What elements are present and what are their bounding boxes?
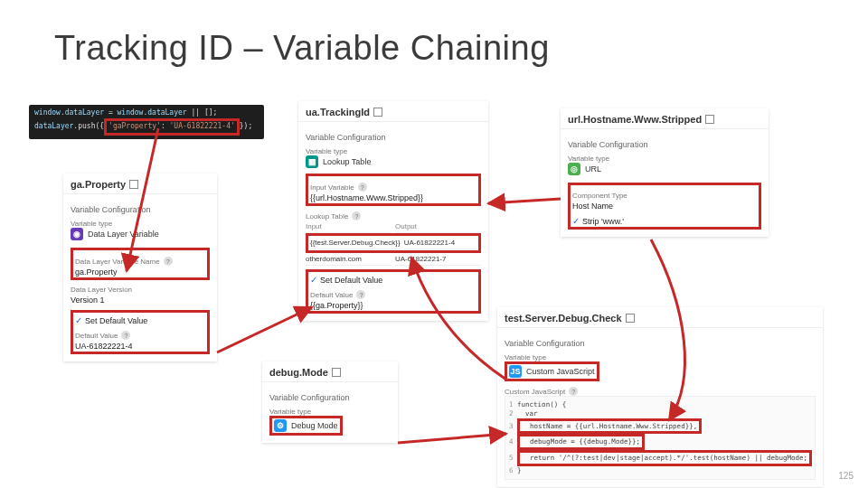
variable-type-chip: ◎URL <box>568 163 761 175</box>
javascript-icon: JS <box>509 365 522 378</box>
panel-title: debug.Mode <box>269 367 328 378</box>
field-label: Data Layer Version <box>71 286 210 294</box>
section-label: Variable Configuration <box>306 133 481 142</box>
help-icon: ? <box>352 211 361 221</box>
col-header: Input <box>306 221 392 233</box>
help-icon: ? <box>164 257 173 266</box>
panel-title: url.Hostname.Www.Stripped <box>568 114 702 125</box>
check-icon: ✓ <box>310 275 317 285</box>
field-label: Component Type <box>572 192 757 200</box>
field-label: Input Variable <box>310 183 354 192</box>
panel-title: ga.Property <box>71 179 126 190</box>
data-layer-icon: ◉ <box>71 228 83 240</box>
field-label: Variable type <box>306 147 481 155</box>
folder-icon <box>705 115 714 124</box>
svg-line-3 <box>398 434 506 443</box>
lookup-table-icon: ▦ <box>306 155 318 168</box>
field-value: Set Default Value <box>320 276 382 285</box>
cell: otherdomain.com <box>306 253 392 266</box>
field-value: {{ga.Property}} <box>310 301 476 310</box>
field-label: Variable type <box>505 353 816 361</box>
field-value: Set Default Value <box>85 316 147 325</box>
variable-type-chip: JSCustom JavaScript <box>509 365 595 378</box>
help-icon: ? <box>569 387 578 396</box>
section-label: Variable Configuration <box>505 339 816 348</box>
section-label: Variable Configuration <box>568 140 761 149</box>
page-number: 125 <box>838 471 854 481</box>
slide-title: Tracking ID – Variable Chaining <box>54 29 550 68</box>
field-value: Strip 'www.' <box>582 217 624 226</box>
field-value: {{url.Hostname.Www.Stripped}} <box>310 193 476 202</box>
field-label: Custom JavaScript <box>505 388 565 396</box>
section-label: Variable Configuration <box>269 393 391 402</box>
panel-ga-property: ga.Property Variable Configuration Varia… <box>63 174 217 361</box>
field-value: Host Name <box>572 202 757 211</box>
section-label: Variable Configuration <box>71 205 210 214</box>
col-header: Output <box>395 221 481 233</box>
variable-type-chip: ◉Data Layer Variable <box>71 228 210 240</box>
help-icon: ? <box>121 331 130 340</box>
svg-line-2 <box>488 199 561 203</box>
debug-icon: ⚙ <box>274 419 287 432</box>
panel-title: test.Server.Debug.Check <box>505 313 622 324</box>
cell: UA-61822221-7 <box>395 253 481 266</box>
folder-icon <box>129 180 138 189</box>
field-label: Variable type <box>568 155 761 163</box>
cell: {{test.Server.Debug.Check}} <box>310 237 401 249</box>
field-label: Variable type <box>269 408 391 416</box>
url-icon: ◎ <box>568 163 580 175</box>
field-value: Version 1 <box>71 296 210 305</box>
field-label: Lookup Table <box>306 212 348 221</box>
field-value: UA-61822221-4 <box>75 342 205 351</box>
cell: UA-61822221-4 <box>404 237 476 249</box>
panel-title: ua.TrackingId <box>306 107 370 117</box>
folder-icon <box>373 108 382 117</box>
folder-icon <box>332 368 341 377</box>
variable-type-chip: ▦Lookup Table <box>306 155 481 168</box>
field-label: Default Value <box>310 291 353 299</box>
code-snippet: window.dataLayer = window.dataLayer || [… <box>29 105 264 139</box>
panel-debug-mode: debug.Mode Variable Configuration Variab… <box>262 361 398 443</box>
panel-ua-tracking: ua.TrackingId Variable Configuration Var… <box>298 101 488 321</box>
field-label: Variable type <box>71 220 210 228</box>
field-value: ga.Property <box>75 267 205 277</box>
field-label: Default Value <box>75 332 118 340</box>
check-icon: ✓ <box>75 315 82 325</box>
help-icon: ? <box>358 183 367 192</box>
panel-url-hostname: url.Hostname.Www.Stripped Variable Confi… <box>561 108 769 237</box>
code-block: 1 function() { 2 var 3 hostName = {{url.… <box>505 396 816 480</box>
field-label: Data Layer Variable Name <box>75 258 160 266</box>
help-icon: ? <box>356 290 365 299</box>
check-icon: ✓ <box>572 216 580 226</box>
panel-test-server: test.Server.Debug.Check Variable Configu… <box>497 307 823 487</box>
folder-icon <box>626 314 635 323</box>
variable-type-chip: ⚙Debug Mode <box>274 419 338 432</box>
